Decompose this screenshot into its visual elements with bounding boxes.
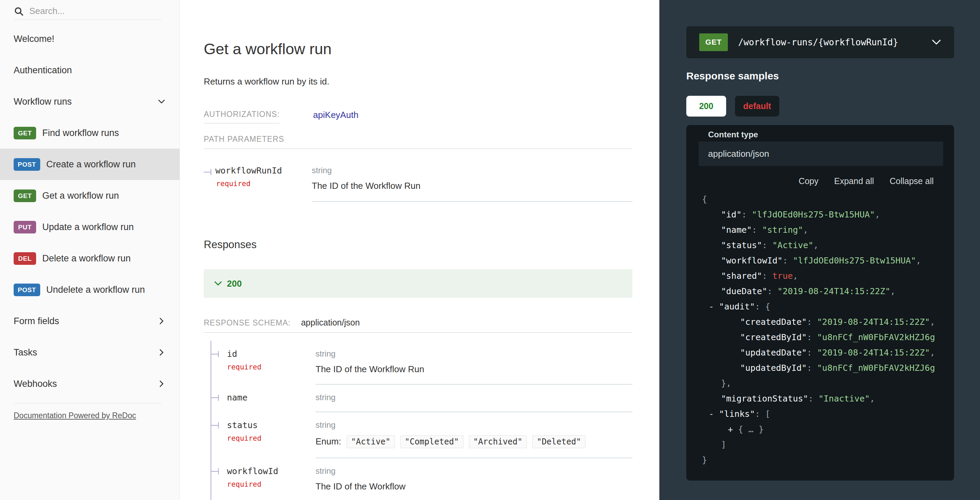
code-token: , [803, 225, 808, 235]
code-token: "string" [762, 225, 803, 235]
sidebar-item-delete-a-workflow-run[interactable]: DELDelete a workflow run [0, 243, 180, 274]
method-badge-del: DEL [14, 252, 36, 265]
enum-row: Enum:"Active""Completed""Archived""Delet… [315, 435, 632, 448]
sidebar-item-find-workflow-runs[interactable]: GETFind workflow runs [0, 117, 180, 149]
right-panel: GET /workflow-runs/{workflowRunId} Respo… [659, 0, 980, 500]
collapse-all-button[interactable]: Collapse all [890, 176, 934, 186]
code-token: : [807, 348, 817, 358]
sidebar-item-webhooks[interactable]: Webhooks [0, 368, 180, 400]
code-token: { [702, 194, 707, 204]
responses-heading: Responses [204, 239, 632, 251]
sample-tab-default[interactable]: default [735, 96, 779, 116]
code-token: "dueDate" [721, 286, 767, 296]
enum-value-chip: "Completed" [400, 435, 463, 448]
code-line: ] [686, 437, 954, 452]
enum-value-chip: "Deleted" [532, 435, 585, 448]
code-token: ] [721, 439, 726, 449]
sidebar-item-tasks[interactable]: Tasks [0, 337, 180, 368]
sidebar-item-create-a-workflow-run[interactable]: POSTCreate a workflow run [0, 149, 180, 180]
sidebar-item-authentication[interactable]: Authentication [0, 54, 180, 86]
code-token: "u8nFCf_nW0FbFAV2kHZJ6g [817, 363, 935, 373]
code-token: , [870, 394, 875, 404]
chevron-right-icon [158, 349, 165, 356]
api-key-auth-link[interactable]: apiKeyAuth [313, 110, 358, 120]
collapse-toggle[interactable]: + [728, 424, 738, 434]
code-token: "migrationStatus" [721, 394, 808, 404]
code-line: + { … } [686, 422, 954, 437]
search-input[interactable] [29, 6, 162, 16]
response-schema-row: RESPONSE SCHEMA: application/json [204, 318, 632, 333]
search-box[interactable] [14, 3, 162, 20]
field-detail-cell: string [315, 393, 632, 412]
parameter-name: workflowRunId [215, 166, 282, 175]
chevron-down-icon [158, 98, 165, 105]
operation-description: Returns a workflow run by its id. [204, 76, 632, 87]
sidebar-item-get-a-workflow-run[interactable]: GETGet a workflow run [0, 180, 180, 211]
sidebar-item-label: Tasks [14, 347, 37, 358]
sidebar-menu: Welcome!AuthenticationWorkflow runsGETFi… [0, 23, 180, 400]
sidebar-item-label: Authentication [14, 65, 72, 76]
sidebar-item-update-a-workflow-run[interactable]: PUTUpdate a workflow run [0, 211, 180, 243]
code-token: : [752, 225, 762, 235]
code-token: "name" [721, 225, 752, 235]
code-line: } [686, 452, 954, 468]
required-badge: required [227, 434, 315, 443]
code-token: , [916, 256, 921, 266]
sidebar-item-undelete-a-workflow-run[interactable]: POSTUndelete a workflow run [0, 274, 180, 306]
code-token: , [930, 317, 935, 327]
expand-all-button[interactable]: Expand all [834, 176, 874, 186]
code-token: , [930, 348, 935, 358]
field-description: The ID of the Workflow Run [315, 364, 632, 374]
sidebar-item-label: Update a workflow run [42, 222, 134, 232]
enum-value-chip: "Archived" [469, 435, 527, 448]
parameter-name-cell: workflowRunId required [204, 166, 312, 202]
code-line: { [686, 191, 954, 207]
method-badge-get: GET [14, 127, 36, 139]
sidebar: Welcome!AuthenticationWorkflow runsGETFi… [0, 0, 180, 500]
search-icon [14, 6, 24, 16]
sidebar-item-label: Form fields [14, 316, 59, 326]
sidebar-item-form-fields[interactable]: Form fields [0, 306, 180, 337]
chevron-down-icon [932, 39, 941, 45]
code-token: "2019-08-24T14:15:22Z" [817, 348, 930, 358]
response-200-toggle[interactable]: 200 [204, 269, 632, 298]
parameter-description: The ID of the Workflow Run [312, 181, 632, 191]
endpoint-dropdown[interactable]: GET /workflow-runs/{workflowRunId} [686, 26, 954, 58]
code-token: "u8nFCf_nW0FbFAV2kHZJ6g [817, 332, 935, 342]
code-token: , [875, 210, 880, 220]
collapse-toggle[interactable]: - [709, 302, 719, 312]
response-sample-tabs: 200default [686, 96, 779, 116]
main-content: Get a workflow run Returns a workflow ru… [180, 0, 659, 500]
code-line: "updatedById": "u8nFCf_nW0FbFAV2kHZJ6g [686, 360, 954, 376]
path-parameter-row: workflowRunId required string The ID of … [204, 161, 632, 202]
code-line: "updatedDate": "2019-08-24T14:15:22Z", [686, 345, 954, 360]
response-code: 200 [227, 279, 242, 289]
response-schema-label: RESPONSE SCHEMA: [204, 318, 291, 327]
field-name: workflowId [227, 466, 278, 476]
field-name: name [227, 393, 247, 403]
field-detail-cell: stringThe ID of the Workflow [315, 466, 632, 500]
endpoint-path: /workflow-runs/{workflowRunId} [738, 37, 898, 48]
code-token: : [807, 317, 817, 327]
field-name-cell: name [227, 393, 315, 412]
tree-stub-icon [211, 395, 219, 401]
powered-by-redoc-link[interactable]: Documentation Powered by ReDoc [14, 411, 136, 420]
code-token: "id" [721, 210, 741, 220]
field-type: string [315, 420, 632, 430]
sample-tab-200[interactable]: 200 [686, 96, 726, 116]
method-badge-get: GET [14, 189, 36, 202]
response-samples-heading: Response samples [686, 70, 779, 82]
code-token: : [807, 363, 817, 373]
code-line: "status": "Active", [686, 237, 954, 253]
content-type-select[interactable]: application/json [698, 142, 943, 166]
field-detail-cell: stringThe ID of the Workflow Run [315, 349, 632, 384]
sample-code: {"id": "lfJdOEd0Hs275-Btw15HUA","name": … [686, 191, 954, 468]
content-type-label: Content type [708, 130, 954, 139]
collapse-toggle[interactable]: - [709, 409, 719, 419]
tree-stub-icon [211, 468, 219, 475]
sidebar-item-workflow-runs[interactable]: Workflow runs [0, 86, 180, 117]
code-line: - "links": [ [686, 406, 954, 422]
sidebar-item-welcome[interactable]: Welcome! [0, 23, 180, 54]
copy-button[interactable]: Copy [799, 176, 818, 186]
code-token: : [767, 286, 777, 296]
